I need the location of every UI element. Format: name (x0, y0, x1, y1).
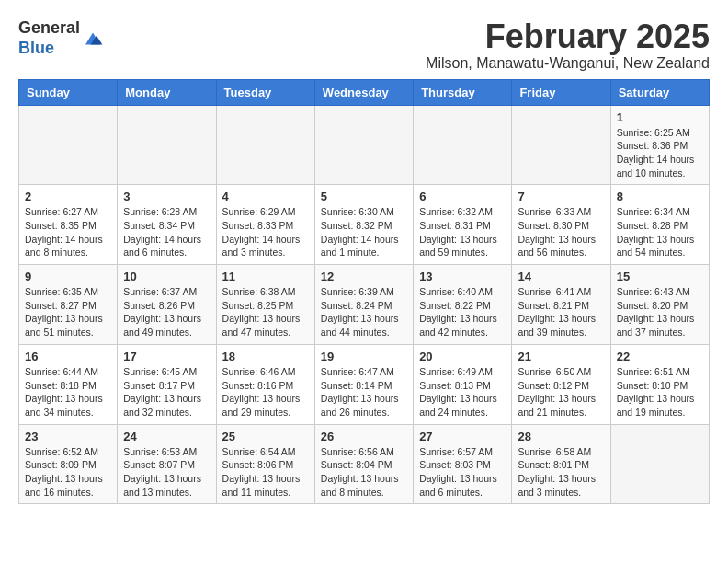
day-info: Sunrise: 6:32 AM Sunset: 8:31 PM Dayligh… (419, 205, 506, 259)
day-info: Sunrise: 6:29 AM Sunset: 8:33 PM Dayligh… (222, 205, 309, 259)
logo: General Blue (18, 18, 104, 58)
day-info: Sunrise: 6:47 AM Sunset: 8:14 PM Dayligh… (321, 365, 407, 419)
calendar-cell (610, 424, 709, 504)
calendar-cell: 5Sunrise: 6:30 AM Sunset: 8:32 PM Daylig… (314, 185, 413, 265)
day-number: 26 (321, 430, 407, 443)
day-info: Sunrise: 6:49 AM Sunset: 8:13 PM Dayligh… (419, 365, 506, 419)
calendar-cell: 2Sunrise: 6:27 AM Sunset: 8:35 PM Daylig… (19, 185, 118, 265)
calendar-cell: 28Sunrise: 6:58 AM Sunset: 8:01 PM Dayli… (512, 424, 610, 504)
day-number: 22 (617, 350, 703, 363)
week-row-1: 1Sunrise: 6:25 AM Sunset: 8:36 PM Daylig… (19, 105, 710, 185)
calendar-cell: 22Sunrise: 6:51 AM Sunset: 8:10 PM Dayli… (610, 344, 709, 424)
calendar-cell: 4Sunrise: 6:29 AM Sunset: 8:33 PM Daylig… (216, 185, 314, 265)
calendar-cell: 12Sunrise: 6:39 AM Sunset: 8:24 PM Dayli… (314, 265, 413, 345)
weekday-header-wednesday: Wednesday (314, 79, 413, 105)
day-number: 15 (617, 270, 703, 283)
calendar-cell: 7Sunrise: 6:33 AM Sunset: 8:30 PM Daylig… (512, 185, 610, 265)
calendar-cell: 18Sunrise: 6:46 AM Sunset: 8:16 PM Dayli… (216, 344, 314, 424)
day-info: Sunrise: 6:45 AM Sunset: 8:17 PM Dayligh… (123, 365, 210, 419)
week-row-2: 2Sunrise: 6:27 AM Sunset: 8:35 PM Daylig… (19, 185, 710, 265)
day-info: Sunrise: 6:51 AM Sunset: 8:10 PM Dayligh… (617, 365, 703, 419)
calendar-cell: 6Sunrise: 6:32 AM Sunset: 8:31 PM Daylig… (414, 185, 512, 265)
calendar-cell (314, 105, 413, 185)
day-number: 21 (518, 350, 604, 363)
calendar-cell (512, 105, 610, 185)
weekday-header-saturday: Saturday (610, 79, 709, 105)
day-number: 5 (321, 190, 407, 203)
calendar-cell: 25Sunrise: 6:54 AM Sunset: 8:06 PM Dayli… (216, 424, 314, 504)
calendar-cell: 14Sunrise: 6:41 AM Sunset: 8:21 PM Dayli… (512, 265, 610, 345)
calendar-cell: 26Sunrise: 6:56 AM Sunset: 8:04 PM Dayli… (314, 424, 413, 504)
day-number: 25 (222, 430, 309, 443)
day-info: Sunrise: 6:27 AM Sunset: 8:35 PM Dayligh… (25, 205, 111, 259)
day-info: Sunrise: 6:54 AM Sunset: 8:06 PM Dayligh… (222, 445, 309, 500)
day-info: Sunrise: 6:38 AM Sunset: 8:25 PM Dayligh… (222, 285, 309, 339)
day-number: 20 (419, 350, 506, 363)
calendar-table: SundayMondayTuesdayWednesdayThursdayFrid… (18, 79, 710, 505)
day-info: Sunrise: 6:43 AM Sunset: 8:20 PM Dayligh… (617, 285, 703, 339)
day-info: Sunrise: 6:40 AM Sunset: 8:22 PM Dayligh… (419, 285, 506, 339)
month-title: February 2025 (426, 18, 710, 55)
calendar-cell: 24Sunrise: 6:53 AM Sunset: 8:07 PM Dayli… (118, 424, 216, 504)
calendar-cell: 27Sunrise: 6:57 AM Sunset: 8:03 PM Dayli… (414, 424, 512, 504)
day-info: Sunrise: 6:37 AM Sunset: 8:26 PM Dayligh… (123, 285, 210, 339)
weekday-header-friday: Friday (512, 79, 610, 105)
day-number: 13 (419, 270, 506, 283)
calendar-cell: 13Sunrise: 6:40 AM Sunset: 8:22 PM Dayli… (414, 265, 512, 345)
calendar-cell: 8Sunrise: 6:34 AM Sunset: 8:28 PM Daylig… (610, 185, 709, 265)
day-number: 14 (518, 270, 604, 283)
calendar-cell: 23Sunrise: 6:52 AM Sunset: 8:09 PM Dayli… (19, 424, 118, 504)
day-info: Sunrise: 6:34 AM Sunset: 8:28 PM Dayligh… (617, 205, 703, 259)
day-number: 24 (123, 430, 210, 443)
day-number: 19 (321, 350, 407, 363)
weekday-header-sunday: Sunday (19, 79, 118, 105)
day-number: 18 (222, 350, 309, 363)
day-info: Sunrise: 6:52 AM Sunset: 8:09 PM Dayligh… (25, 445, 111, 500)
day-number: 7 (518, 190, 604, 203)
day-info: Sunrise: 6:25 AM Sunset: 8:36 PM Dayligh… (617, 126, 703, 180)
weekday-header-tuesday: Tuesday (216, 79, 314, 105)
day-number: 8 (617, 190, 703, 203)
day-info: Sunrise: 6:39 AM Sunset: 8:24 PM Dayligh… (321, 285, 407, 339)
weekday-header-monday: Monday (118, 79, 216, 105)
day-number: 11 (222, 270, 309, 283)
day-info: Sunrise: 6:53 AM Sunset: 8:07 PM Dayligh… (123, 445, 210, 500)
calendar-cell: 10Sunrise: 6:37 AM Sunset: 8:26 PM Dayli… (118, 265, 216, 345)
calendar-cell (19, 105, 118, 185)
day-number: 28 (518, 430, 604, 443)
calendar-cell: 15Sunrise: 6:43 AM Sunset: 8:20 PM Dayli… (610, 265, 709, 345)
day-info: Sunrise: 6:56 AM Sunset: 8:04 PM Dayligh… (321, 445, 407, 500)
title-section: February 2025 Milson, Manawatu-Wanganui,… (426, 18, 710, 72)
weekday-header-row: SundayMondayTuesdayWednesdayThursdayFrid… (19, 79, 710, 105)
day-number: 1 (617, 110, 703, 124)
day-info: Sunrise: 6:41 AM Sunset: 8:21 PM Dayligh… (518, 285, 604, 339)
calendar-cell: 21Sunrise: 6:50 AM Sunset: 8:12 PM Dayli… (512, 344, 610, 424)
day-info: Sunrise: 6:57 AM Sunset: 8:03 PM Dayligh… (419, 445, 506, 500)
day-info: Sunrise: 6:35 AM Sunset: 8:27 PM Dayligh… (25, 285, 111, 339)
logo-general: General (18, 18, 80, 37)
day-info: Sunrise: 6:30 AM Sunset: 8:32 PM Dayligh… (321, 205, 407, 259)
day-number: 4 (222, 190, 309, 203)
calendar-cell (414, 105, 512, 185)
calendar-cell: 17Sunrise: 6:45 AM Sunset: 8:17 PM Dayli… (118, 344, 216, 424)
day-info: Sunrise: 6:44 AM Sunset: 8:18 PM Dayligh… (25, 365, 111, 419)
logo-text: General Blue (18, 18, 104, 58)
calendar-cell: 11Sunrise: 6:38 AM Sunset: 8:25 PM Dayli… (216, 265, 314, 345)
calendar-cell: 3Sunrise: 6:28 AM Sunset: 8:34 PM Daylig… (118, 185, 216, 265)
weekday-header-thursday: Thursday (414, 79, 512, 105)
day-number: 10 (123, 270, 210, 283)
calendar-cell: 9Sunrise: 6:35 AM Sunset: 8:27 PM Daylig… (19, 265, 118, 345)
calendar-cell: 1Sunrise: 6:25 AM Sunset: 8:36 PM Daylig… (610, 105, 709, 185)
day-number: 17 (123, 350, 210, 363)
calendar-cell: 19Sunrise: 6:47 AM Sunset: 8:14 PM Dayli… (314, 344, 413, 424)
day-number: 9 (25, 270, 111, 283)
day-number: 2 (25, 190, 111, 203)
day-number: 12 (321, 270, 407, 283)
day-info: Sunrise: 6:46 AM Sunset: 8:16 PM Dayligh… (222, 365, 309, 419)
week-row-3: 9Sunrise: 6:35 AM Sunset: 8:27 PM Daylig… (19, 265, 710, 345)
day-info: Sunrise: 6:33 AM Sunset: 8:30 PM Dayligh… (518, 205, 604, 259)
week-row-5: 23Sunrise: 6:52 AM Sunset: 8:09 PM Dayli… (19, 424, 710, 504)
week-row-4: 16Sunrise: 6:44 AM Sunset: 8:18 PM Dayli… (19, 344, 710, 424)
calendar-cell (118, 105, 216, 185)
day-info: Sunrise: 6:50 AM Sunset: 8:12 PM Dayligh… (518, 365, 604, 419)
